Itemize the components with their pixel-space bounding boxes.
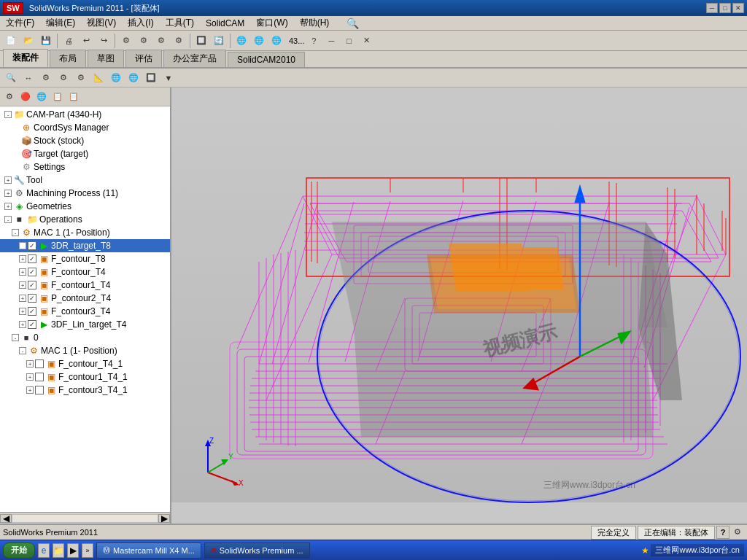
sec-btn-3[interactable]: ⚙ xyxy=(38,70,54,86)
expand-tool[interactable]: + xyxy=(4,176,12,184)
tab-layout[interactable]: 布局 xyxy=(50,50,86,67)
settings-status-btn[interactable]: ⚙ xyxy=(731,526,744,539)
tab-solidcam[interactable]: SolidCAM2010 xyxy=(228,52,305,67)
tree-item-fcontour3-t4[interactable]: + ▣ F_contour3_T4 xyxy=(0,305,170,318)
sec-btn-4[interactable]: ⚙ xyxy=(55,70,71,86)
save-button[interactable]: 💾 xyxy=(38,33,54,49)
tree-item-fcontour1-t4[interactable]: + ▣ F_contour1_T4 xyxy=(0,279,170,292)
expand-fcontour-t4-1[interactable]: + xyxy=(26,360,34,368)
tree-item-3dr-target[interactable]: + ▶ 3DR_target_T8 xyxy=(0,239,170,252)
tree-item-coordsys[interactable]: ⊕ CoordSys Manager xyxy=(0,121,170,134)
panel-btn-1[interactable]: ⚙ xyxy=(1,89,18,105)
expand-fcontour3-t4-1[interactable]: + xyxy=(26,386,34,394)
sec-btn-9[interactable]: 🔲 xyxy=(143,70,159,86)
check-fcontour-t4[interactable] xyxy=(28,268,36,276)
check-fcontour1-t4[interactable] xyxy=(28,281,36,289)
new-button[interactable]: 📄 xyxy=(3,33,19,49)
expand-fcontour1-t4[interactable]: + xyxy=(19,281,26,289)
search-icon[interactable]: 🔍 xyxy=(341,16,365,31)
tree-item-geometries[interactable]: + ◈ Geometries xyxy=(0,200,170,213)
redo-button[interactable]: ↪ xyxy=(96,33,112,49)
menu-window[interactable]: 窗口(W) xyxy=(250,15,293,31)
tree-item-3df-lin[interactable]: + ▶ 3DF_Lin_target_T4 xyxy=(0,318,170,331)
expand-operations[interactable]: - xyxy=(4,216,12,223)
sec-btn-10[interactable]: ▼ xyxy=(160,70,177,86)
check-fcontour3-t4-1[interactable] xyxy=(35,386,44,394)
close-button[interactable]: ✕ xyxy=(732,3,744,13)
expand-mac1-2[interactable]: - xyxy=(19,347,26,354)
expand-fcontour3-t4[interactable]: + xyxy=(19,308,26,315)
taskbar-media-icon[interactable]: ▶ xyxy=(67,543,79,558)
tree-item-fcontour1-t4-1[interactable]: + ▣ F_contour1_T4_1 xyxy=(0,370,170,384)
help-button[interactable]: ? xyxy=(716,526,729,539)
expand-fcontour-t8[interactable]: + xyxy=(19,255,26,262)
menu-file[interactable]: 文件(F) xyxy=(0,15,40,31)
sec-btn-8[interactable]: 🌐 xyxy=(125,70,142,86)
taskbar-folder-icon[interactable]: 📁 xyxy=(53,543,64,558)
sec-btn-1[interactable]: 🔍 xyxy=(3,70,19,86)
toolbar-btn-3[interactable]: ⚙ xyxy=(118,33,134,49)
expand-fcontour1-t4-1[interactable]: + xyxy=(26,373,34,381)
expand-cam-part[interactable]: - xyxy=(4,111,12,118)
view-btn-1[interactable]: 🌐 xyxy=(233,33,249,49)
tree-item-operations[interactable]: - ■ 📁 Operations xyxy=(0,213,170,226)
check-fcontour-t8[interactable] xyxy=(28,254,36,263)
tree-item-mac1-2[interactable]: - ⚙ MAC 1 (1- Position) xyxy=(0,344,170,357)
scroll-right[interactable]: ▶ xyxy=(158,514,170,523)
tree-item-fcontour3-t4-1[interactable]: + ▣ F_contour3_T4_1 xyxy=(0,384,170,397)
tree-item-fcontour-t4-1[interactable]: + ▣ F_contour_T4_1 xyxy=(0,357,170,370)
panel-btn-5[interactable]: 📋 xyxy=(66,89,82,105)
view-btn-3[interactable]: 🌐 xyxy=(268,33,285,49)
sec-btn-2[interactable]: ↔ xyxy=(20,70,36,86)
taskbar-arrow-icon[interactable]: » xyxy=(82,543,93,558)
expand-mac1[interactable]: - xyxy=(12,229,19,236)
check-fcontour1-t4-1[interactable] xyxy=(35,373,44,381)
sec-btn-5[interactable]: ⚙ xyxy=(73,70,89,86)
panel-btn-2[interactable]: 🔴 xyxy=(18,89,34,105)
expand-3df-lin[interactable]: + xyxy=(19,321,26,328)
zoom-fit[interactable]: 🔲 xyxy=(193,33,209,49)
view-btn-2[interactable]: 🌐 xyxy=(251,33,267,49)
menu-help[interactable]: 帮助(H) xyxy=(294,15,336,31)
taskbar-item-mastercam[interactable]: Ⓜ Mastercam Mill X4 M... xyxy=(96,542,201,559)
maximize-button[interactable]: □ xyxy=(719,3,731,13)
tab-sketch[interactable]: 草图 xyxy=(88,50,124,67)
expand-machining[interactable]: + xyxy=(4,190,12,197)
tree-item-settings[interactable]: ⚙ Settings xyxy=(0,160,170,174)
toolbar-btn-6[interactable]: ⚙ xyxy=(171,33,187,49)
panel-hscrollbar[interactable]: ◀ ▶ xyxy=(0,512,170,524)
help-icon[interactable]: ? xyxy=(306,33,322,49)
check-3dr[interactable] xyxy=(28,241,36,250)
expand-zero[interactable]: - xyxy=(12,334,19,341)
expand-pcontour2-t4[interactable]: + xyxy=(19,295,26,302)
undo-button[interactable]: ↩ xyxy=(78,33,94,49)
menu-insert[interactable]: 插入(I) xyxy=(122,15,159,31)
tree-item-cam-part[interactable]: - 📁 CAM-Part (4340-H) xyxy=(0,108,170,121)
check-fcontour-t4-1[interactable] xyxy=(35,359,44,368)
check-3df-lin[interactable] xyxy=(28,320,36,329)
tab-assembly[interactable]: 装配件 xyxy=(3,49,48,67)
sec-btn-7[interactable]: 🌐 xyxy=(108,70,124,86)
expand-3dr[interactable]: + xyxy=(19,242,26,249)
tree-item-tool[interactable]: + 🔧 Tool xyxy=(0,174,170,187)
tree-item-mac1[interactable]: - ⚙ MAC 1 (1- Position) xyxy=(0,226,170,239)
scroll-left[interactable]: ◀ xyxy=(0,514,12,523)
panel-btn-4[interactable]: 📋 xyxy=(50,89,66,105)
check-pcontour2-t4[interactable] xyxy=(28,294,36,303)
toolbar-btn-4[interactable]: ⚙ xyxy=(136,33,152,49)
tab-evaluate[interactable]: 评估 xyxy=(125,50,162,67)
tree-item-fcontour-t8[interactable]: + ▣ F_contour_T8 xyxy=(0,252,170,265)
menu-tools[interactable]: 工具(T) xyxy=(160,15,200,31)
expand-fcontour-t4[interactable]: + xyxy=(19,268,26,276)
tb-close[interactable]: ✕ xyxy=(358,33,374,49)
panel-btn-3[interactable]: 🌐 xyxy=(34,89,50,105)
menu-solidcam[interactable]: SolidCAM xyxy=(200,17,250,30)
tree-item-zero[interactable]: - ■ 0 xyxy=(0,331,170,344)
print-button[interactable]: 🖨 xyxy=(61,33,77,49)
menu-edit[interactable]: 编辑(E) xyxy=(40,15,81,31)
open-button[interactable]: 📂 xyxy=(20,33,36,49)
check-fcontour3-t4[interactable] xyxy=(28,307,36,316)
tree-item-pcontour2-t4[interactable]: + ▣ P_contour2_T4 xyxy=(0,292,170,305)
taskbar-ie-icon[interactable]: e xyxy=(38,543,50,558)
scroll-track[interactable] xyxy=(12,514,158,523)
